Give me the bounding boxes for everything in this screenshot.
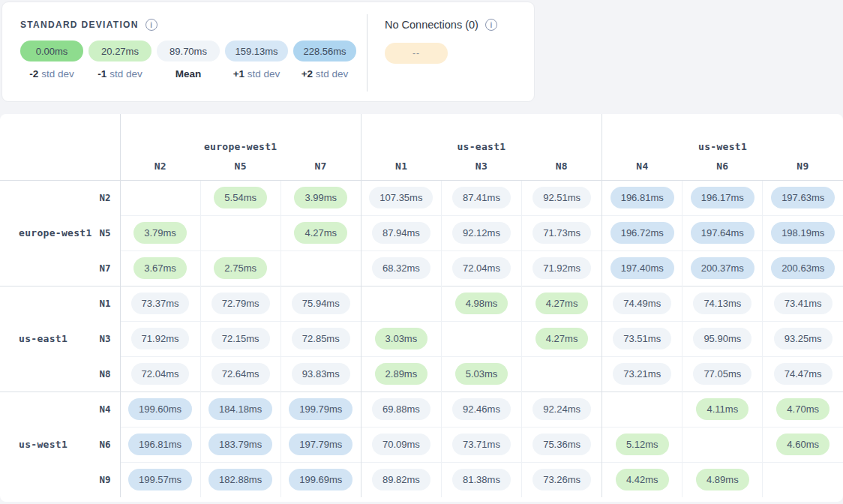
latency-pill[interactable]: 87.94ms bbox=[372, 222, 430, 244]
latency-pill[interactable]: 196.72ms bbox=[610, 222, 674, 244]
latency-cell: 4.42ms bbox=[602, 462, 682, 497]
latency-cell: 3.67ms bbox=[120, 250, 200, 286]
latency-pill[interactable]: 199.79ms bbox=[289, 398, 352, 420]
latency-cell: 74.47ms bbox=[763, 356, 843, 392]
info-icon[interactable]: i bbox=[146, 19, 158, 31]
latency-pill[interactable]: 93.83ms bbox=[292, 363, 350, 385]
latency-pill[interactable]: 92.46ms bbox=[452, 398, 511, 420]
latency-pill[interactable]: 5.12ms bbox=[616, 434, 669, 455]
latency-pill[interactable]: 2.75ms bbox=[214, 257, 267, 279]
latency-pill[interactable]: 92.24ms bbox=[532, 398, 591, 420]
latency-pill[interactable]: 73.71ms bbox=[452, 434, 511, 455]
latency-pill[interactable]: 71.92ms bbox=[131, 328, 190, 350]
latency-pill[interactable]: 198.19ms bbox=[771, 222, 835, 244]
latency-pill[interactable]: 95.90ms bbox=[693, 328, 752, 350]
latency-pill[interactable]: 72.79ms bbox=[212, 292, 270, 314]
latency-cell: 69.88ms bbox=[361, 392, 441, 427]
latency-pill[interactable]: 3.67ms bbox=[134, 257, 187, 279]
latency-cell: 4.60ms bbox=[763, 427, 843, 462]
latency-pill[interactable]: 200.63ms bbox=[771, 257, 835, 279]
latency-pill[interactable]: 199.57ms bbox=[128, 469, 192, 490]
latency-pill[interactable]: 200.37ms bbox=[691, 257, 754, 279]
latency-cell: 197.79ms bbox=[280, 427, 361, 462]
latency-pill[interactable]: 4.27ms bbox=[294, 222, 347, 244]
latency-pill[interactable]: 184.18ms bbox=[208, 398, 272, 420]
row-header: N2 bbox=[0, 180, 120, 215]
latency-cell: 5.54ms bbox=[200, 180, 280, 215]
latency-pill[interactable]: 74.47ms bbox=[774, 363, 832, 385]
latency-cell: 74.49ms bbox=[602, 286, 682, 321]
latency-pill[interactable]: 5.54ms bbox=[214, 187, 267, 208]
latency-cell: 92.51ms bbox=[522, 180, 602, 215]
latency-pill[interactable]: 73.41ms bbox=[774, 292, 832, 314]
latency-pill[interactable]: 197.79ms bbox=[289, 434, 352, 455]
latency-pill[interactable]: 182.88ms bbox=[208, 469, 272, 490]
latency-pill[interactable]: 73.51ms bbox=[613, 328, 671, 350]
latency-pill[interactable]: 196.81ms bbox=[610, 187, 674, 208]
latency-pill[interactable]: 4.27ms bbox=[536, 292, 589, 314]
latency-pill[interactable]: 107.35ms bbox=[369, 187, 433, 208]
latency-cell: 197.64ms bbox=[682, 215, 763, 250]
latency-pill[interactable]: 199.60ms bbox=[128, 398, 192, 420]
latency-pill[interactable]: 87.41ms bbox=[452, 187, 511, 208]
latency-pill[interactable]: 92.12ms bbox=[452, 222, 511, 244]
info-icon[interactable]: i bbox=[485, 19, 497, 31]
latency-cell: 196.81ms bbox=[602, 180, 682, 215]
latency-pill[interactable]: 93.25ms bbox=[774, 328, 832, 350]
table-row: N173.37ms72.79ms75.94ms4.98ms4.27ms74.49… bbox=[0, 286, 843, 321]
latency-pill[interactable]: 196.17ms bbox=[691, 187, 754, 208]
latency-pill[interactable]: 73.21ms bbox=[613, 363, 671, 385]
latency-pill[interactable]: 4.11ms bbox=[696, 398, 748, 420]
latency-pill[interactable]: 75.36ms bbox=[532, 434, 591, 455]
latency-pill[interactable]: 74.13ms bbox=[693, 292, 752, 314]
latency-pill[interactable]: 71.92ms bbox=[532, 257, 591, 279]
latency-pill[interactable]: 73.37ms bbox=[131, 292, 190, 314]
latency-pill[interactable]: 81.38ms bbox=[452, 469, 511, 490]
latency-pill[interactable]: 72.64ms bbox=[212, 363, 270, 385]
latency-cell: 200.63ms bbox=[763, 250, 843, 286]
latency-pill[interactable]: 77.05ms bbox=[693, 363, 752, 385]
latency-pill[interactable]: 72.04ms bbox=[452, 257, 511, 279]
latency-pill[interactable]: 92.51ms bbox=[532, 187, 591, 208]
latency-pill[interactable]: 70.09ms bbox=[372, 434, 430, 455]
latency-cell: 75.36ms bbox=[522, 427, 602, 462]
latency-pill[interactable]: 73.26ms bbox=[532, 469, 591, 490]
latency-pill[interactable]: 69.88ms bbox=[372, 398, 430, 420]
latency-pill[interactable]: 2.89ms bbox=[375, 363, 428, 385]
legend-label-bold: +1 bbox=[233, 68, 244, 80]
latency-pill[interactable]: 72.85ms bbox=[292, 328, 350, 350]
latency-pill[interactable]: 197.40ms bbox=[610, 257, 674, 279]
latency-pill[interactable]: 68.32ms bbox=[372, 257, 430, 279]
latency-pill[interactable]: 74.49ms bbox=[613, 292, 671, 314]
table-row: N4199.60ms184.18ms199.79ms69.88ms92.46ms… bbox=[0, 392, 843, 427]
node-column-header: N9 bbox=[763, 158, 843, 180]
latency-pill[interactable]: 199.69ms bbox=[289, 469, 352, 490]
latency-pill[interactable]: 3.79ms bbox=[134, 222, 187, 244]
legend-label: Mean bbox=[157, 68, 220, 80]
latency-cell: 197.63ms bbox=[763, 180, 843, 215]
latency-pill[interactable]: 89.82ms bbox=[372, 469, 430, 490]
latency-pill[interactable]: 75.94ms bbox=[292, 292, 350, 314]
latency-pill[interactable]: 196.81ms bbox=[128, 434, 192, 455]
latency-pill[interactable]: 4.27ms bbox=[536, 328, 589, 350]
latency-cell: 77.05ms bbox=[682, 356, 763, 392]
latency-pill[interactable]: 3.03ms bbox=[375, 328, 428, 350]
legend-title: STANDARD DEVIATION bbox=[20, 20, 139, 30]
row-header-inner: us-west1N6 bbox=[0, 439, 120, 450]
latency-pill[interactable]: 4.89ms bbox=[696, 469, 749, 490]
latency-pill[interactable]: 197.64ms bbox=[691, 222, 754, 244]
latency-pill[interactable]: 71.73ms bbox=[532, 222, 591, 244]
latency-pill[interactable]: 183.79ms bbox=[208, 434, 272, 455]
table-row: europe-west1N53.79ms4.27ms87.94ms92.12ms… bbox=[0, 215, 843, 250]
latency-pill[interactable]: 4.60ms bbox=[776, 434, 830, 455]
latency-pill[interactable]: 5.03ms bbox=[455, 363, 508, 385]
latency-pill[interactable]: 72.04ms bbox=[131, 363, 190, 385]
latency-pill[interactable]: 197.63ms bbox=[771, 187, 835, 208]
row-header: N1 bbox=[0, 286, 120, 321]
latency-pill[interactable]: 4.98ms bbox=[455, 292, 508, 314]
latency-pill[interactable]: 72.15ms bbox=[212, 328, 270, 350]
latency-pill[interactable]: 4.42ms bbox=[616, 469, 669, 490]
latency-pill[interactable]: 4.70ms bbox=[776, 398, 830, 420]
latency-cell: 95.90ms bbox=[682, 321, 763, 356]
latency-pill[interactable]: 3.99ms bbox=[294, 187, 347, 208]
